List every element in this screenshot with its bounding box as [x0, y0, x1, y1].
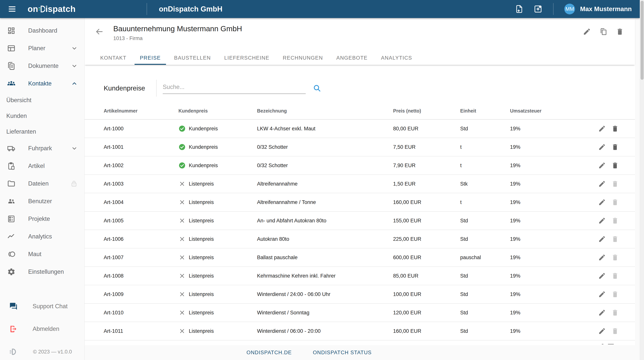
description: An- und Abfahrt Autokran 80to	[257, 218, 393, 224]
edit-row-button[interactable]	[598, 309, 606, 316]
description: 0/32 Schotter	[257, 162, 393, 168]
unit: t	[460, 199, 510, 205]
edit-row-button[interactable]	[598, 217, 606, 224]
close-icon	[178, 217, 186, 224]
article-number: Art-1000	[104, 126, 178, 132]
delete-row-button[interactable]	[611, 290, 619, 298]
logo-text-right: ispatch	[46, 4, 76, 14]
user-name[interactable]: Max Mustermann	[580, 5, 632, 13]
tab-rechnungen[interactable]: RECHNUNGEN	[277, 52, 328, 65]
tab-angebote[interactable]: ANGEBOTE	[331, 52, 373, 65]
delete-row-button[interactable]	[611, 162, 619, 169]
sidebar-item-label: Fuhrpark	[28, 145, 52, 152]
sidebar-subitem-lieferanten[interactable]: Lieferanten	[0, 124, 84, 140]
net-price: 100,00 EUR	[393, 291, 460, 297]
table-row: Art-1000 Kundenpreis LKW 4-Achser exkl. …	[84, 120, 635, 138]
edit-row-button[interactable]	[598, 143, 606, 151]
unit: t	[460, 144, 510, 150]
sidebar-item-label: Dateien	[28, 180, 49, 187]
sidebar-item-dateien[interactable]: Dateien	[0, 175, 84, 192]
table-row: Art-1002 Kundenpreis 0/32 Schotter 7,90 …	[84, 156, 635, 175]
edit-row-button[interactable]	[598, 162, 606, 169]
tab-lieferscheine[interactable]: LIEFERSCHEINE	[219, 52, 275, 65]
delete-row-button[interactable]	[611, 180, 619, 188]
sidebar-item-einstellungen[interactable]: Einstellungen	[0, 263, 84, 281]
row-actions	[598, 217, 622, 224]
sidebar-item-label: Analytics	[28, 233, 52, 240]
app-logo-grey-icon	[9, 348, 17, 356]
truck-icon	[7, 144, 16, 152]
edit-row-button[interactable]	[598, 125, 606, 132]
price-type-cell: Listenpreis	[178, 309, 257, 316]
app-bar-divider	[146, 3, 147, 15]
column-header: Einheit	[460, 108, 510, 114]
sidebar-item-maut[interactable]: Maut	[0, 245, 84, 263]
edit-row-button[interactable]	[598, 235, 606, 243]
table-row: Art-1009 Listenpreis Winterdienst / 24:0…	[84, 285, 635, 304]
description: Winterdienst / 24:00 - 06:00 Uhr	[257, 291, 393, 297]
description: LKW 4-Achser exkl. Maut	[257, 126, 393, 132]
edit-row-button[interactable]	[598, 198, 606, 206]
delete-row-button[interactable]	[611, 143, 619, 151]
description: 0/32 Schotter	[257, 144, 393, 150]
net-price: 1,50 EUR	[393, 181, 460, 187]
delete-row-button[interactable]	[611, 254, 619, 261]
tab-baustellen[interactable]: BAUSTELLEN	[169, 52, 216, 65]
delete-row-button[interactable]	[611, 235, 619, 243]
sidebar-item-planer[interactable]: Planer	[0, 40, 84, 57]
sidebar-item-dokumente[interactable]: Dokumente	[0, 57, 84, 75]
table-row: Art-1007 Listenpreis Ballast pauschale 6…	[84, 248, 635, 267]
edit-icon[interactable]	[583, 28, 591, 36]
toll-icon	[7, 250, 16, 258]
edit-row-button[interactable]	[598, 272, 606, 280]
row-actions	[598, 327, 622, 335]
sidebar-item-fuhrpark[interactable]: Fuhrpark	[0, 140, 84, 157]
support-chat-label: Support Chat	[32, 303, 68, 310]
delete-row-button[interactable]	[611, 125, 619, 132]
footer-link-ondispatch-de[interactable]: ONDISPATCH.DE	[246, 350, 292, 356]
scrollbar-thumb[interactable]	[640, 1, 644, 80]
article-number: Art-1006	[104, 236, 178, 242]
sidebar-item-label: Kontakte	[28, 80, 52, 87]
sidebar-item-projekte[interactable]: Projekte	[0, 210, 84, 228]
menu-icon[interactable]	[8, 4, 16, 14]
sidebar-item-kontakte[interactable]: Kontakte	[0, 75, 84, 92]
tab-bar: KONTAKTPREISEBAUSTELLENLIEFERSCHEINERECH…	[84, 52, 420, 65]
search-input[interactable]	[163, 82, 306, 94]
note-add-icon[interactable]	[515, 4, 524, 14]
sidebar-item-artikel[interactable]: Artikel	[0, 157, 84, 175]
contacts-icon	[7, 79, 16, 88]
delete-row-button[interactable]	[611, 217, 619, 224]
sidebar-item-analytics[interactable]: Analytics	[0, 228, 84, 245]
copy-icon[interactable]	[599, 28, 608, 36]
edit-row-button[interactable]	[598, 327, 606, 335]
back-arrow-icon[interactable]	[95, 27, 104, 36]
delete-row-button[interactable]	[611, 309, 619, 316]
sidebar-subitem-uebersicht[interactable]: Übersicht	[0, 92, 84, 108]
sidebar-item-support-chat[interactable]: Support Chat	[0, 298, 84, 315]
edit-row-button[interactable]	[598, 254, 606, 261]
avatar[interactable]: MM	[564, 4, 575, 14]
sidebar: DashboardPlanerDokumenteKontakteÜbersich…	[0, 18, 84, 360]
tab-preise[interactable]: PREISE	[134, 52, 166, 65]
edit-row-button[interactable]	[598, 290, 606, 298]
delete-row-button[interactable]	[611, 327, 619, 335]
edit-row-button[interactable]	[598, 180, 606, 188]
unit: Std	[460, 218, 510, 224]
delete-row-button[interactable]	[611, 272, 619, 280]
tab-kontakt[interactable]: KONTAKT	[95, 52, 132, 65]
add-box-icon[interactable]	[534, 4, 542, 14]
delete-row-button[interactable]	[611, 198, 619, 206]
footer-link-ondispatch-status[interactable]: ONDISPATCH STATUS	[313, 350, 372, 356]
sidebar-subitem-kunden[interactable]: Kunden	[0, 108, 84, 124]
sidebar-item-logout[interactable]: Abmelden	[0, 320, 84, 338]
sidebar-item-label: Dashboard	[28, 27, 57, 34]
search-icon[interactable]	[312, 84, 322, 92]
sidebar-item-benutzer[interactable]: Benutzer	[0, 192, 84, 210]
delete-icon[interactable]	[616, 28, 624, 36]
tab-analytics[interactable]: ANALYTICS	[376, 52, 418, 65]
check-circle-icon	[178, 162, 186, 169]
unit: pauschal	[460, 254, 510, 260]
unit: Std	[460, 310, 510, 316]
sidebar-item-dashboard[interactable]: Dashboard	[0, 22, 84, 40]
